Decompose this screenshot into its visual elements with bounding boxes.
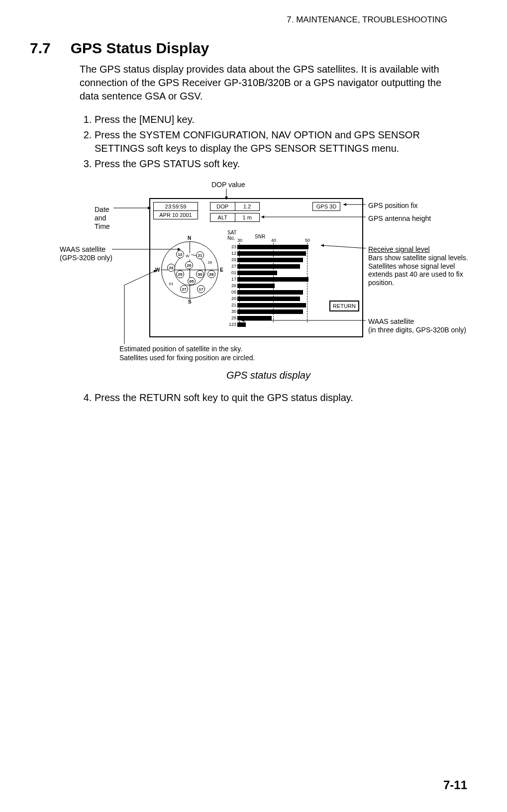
sat-no-27: 27 — [227, 264, 236, 269]
skyplot-sat-01: 01 — [167, 280, 175, 288]
dop-box: DOP 1.2 — [210, 202, 260, 211]
snr-bar-01: 01 — [227, 270, 327, 276]
section-title: GPS Status Display — [71, 40, 209, 57]
bar-21 — [237, 303, 306, 307]
alt-value: 1 m — [235, 213, 260, 221]
callout-date-time: Date and Time — [95, 205, 110, 230]
step-1: Press the [MENU] key. — [95, 113, 458, 126]
skyplot-sat-30: 30 — [196, 270, 204, 278]
step-2: Press the SYSTEM CONFIGURATION, NAV OPTI… — [95, 128, 458, 155]
steps-list-cont: Press the RETURN soft key to quit the GP… — [80, 391, 458, 405]
alt-label: ALT — [210, 213, 235, 221]
skyplot-sat-12: 12 — [176, 250, 184, 258]
sat-no-05: 05 — [227, 290, 236, 295]
skyplot-sat-26: 26 — [206, 259, 214, 267]
return-button[interactable]: RETURN — [329, 301, 359, 311]
figure: DOP value Date and Time WAAS satellite (… — [60, 181, 477, 365]
bar-01 — [237, 271, 277, 275]
date-value: APR 10 2001 — [154, 210, 198, 219]
sat-no-29: 29 — [227, 257, 236, 262]
snr-bar-05: 05 — [227, 289, 327, 295]
snr-bar-28: 28 — [227, 315, 327, 321]
bar-23 — [237, 245, 308, 249]
snr-bar-30: 30 — [227, 308, 327, 314]
snr-bar-17: 17 — [227, 276, 327, 282]
skyplot-sat-28: 28 — [207, 270, 215, 278]
figure-caption: GPS status display — [60, 370, 477, 381]
skyplot: N S W E 12212320293028052717W2601 — [156, 236, 223, 304]
bar-05 — [237, 290, 303, 295]
sat-no-17: 17 — [227, 277, 236, 282]
sat-no-21: 21 — [227, 303, 236, 307]
bar-123 — [237, 322, 246, 327]
sat-no-30: 30 — [227, 309, 236, 314]
snr-label: SNR — [255, 234, 265, 239]
snr-bar-29: 29 — [227, 257, 327, 263]
skyplot-sat-23: 23 — [167, 264, 175, 272]
callout-signal-text: Receive signal levelBars show satellite … — [368, 245, 473, 287]
snr-bar-12: 12 — [227, 250, 327, 256]
sat-no-28: 28 — [227, 315, 236, 320]
step-4: Press the RETURN soft key to quit the GP… — [95, 391, 458, 405]
bar-29 — [237, 258, 303, 262]
steps-list: Press the [MENU] key. Press the SYSTEM C… — [80, 113, 458, 171]
skyplot-sat-20: 20 — [185, 261, 193, 269]
tick-40: 40 — [271, 238, 276, 243]
compass-e: E — [220, 267, 223, 273]
sat-no-01: 01 — [227, 270, 236, 275]
skyplot-sat-21: 21 — [196, 251, 204, 259]
compass-w: W — [155, 267, 160, 273]
bar-28 — [237, 316, 272, 320]
bar-17 — [237, 277, 308, 282]
chapter-header: 7. MAINTENANCE, TROUBLESHOOTING — [287, 15, 447, 25]
callout-dop-value: DOP value — [211, 181, 245, 189]
bar-27 — [237, 264, 300, 269]
skyplot-sat-27: 27 — [180, 285, 188, 293]
snr-bar-26: 26 — [227, 283, 327, 289]
intro-paragraph: The GPS status display provides data abo… — [80, 63, 458, 103]
alt-box: ALT 1 m — [210, 213, 260, 222]
dop-label: DOP — [210, 203, 235, 210]
skyplot-sat-W: W — [184, 252, 192, 260]
step-3: Press the GPS STATUS soft key. — [95, 157, 458, 171]
compass-s: S — [188, 299, 192, 304]
callout-gps-fix: GPS position fix — [368, 202, 418, 210]
sat-no-123: 123 — [227, 322, 236, 327]
sat-no-label: SAT No. — [227, 230, 237, 241]
skyplot-caption: Estimated position of satellite in the s… — [119, 345, 255, 362]
bar-20 — [237, 297, 300, 301]
skyplot-sat-17: 17 — [197, 285, 205, 293]
gps-status-display: 23:59:59 APR 10 2001 DOP 1.2 ALT 1 m GPS… — [149, 198, 363, 337]
tick-50: 50 — [305, 238, 310, 243]
sat-no-12: 12 — [227, 251, 236, 256]
callout-antenna-height: GPS antenna height — [368, 214, 431, 223]
bar-26 — [237, 284, 275, 288]
sat-no-26: 26 — [227, 283, 236, 288]
snr-bar-23: 23 — [227, 244, 327, 250]
sat-no-23: 23 — [227, 244, 236, 249]
callout-waas-right: WAAS satellite (in three digits, GPS-320… — [368, 317, 466, 334]
skyplot-sat-29: 29 — [176, 270, 184, 278]
bar-30 — [237, 309, 303, 314]
snr-bar-27: 27 — [227, 263, 327, 269]
bar-12 — [237, 251, 306, 256]
tick-30: 30 — [237, 238, 242, 243]
gps-mode-box: GPS 3D — [312, 202, 340, 211]
sat-no-20: 20 — [227, 296, 236, 301]
datetime-box: 23:59:59 APR 10 2001 — [153, 202, 198, 219]
callout-signal-level: Receive signal levelBars show satellite … — [368, 245, 473, 287]
snr-bar-20: 20 — [227, 296, 327, 302]
page-number: 7-11 — [443, 778, 467, 792]
dop-value: 1.2 — [235, 203, 260, 210]
skyplot-sat-05: 05 — [188, 277, 196, 285]
time-value: 23:59:59 — [154, 203, 198, 210]
callout-waas-left: WAAS satellite (GPS-320B only) — [60, 245, 112, 262]
snr-bars: 231229270117260520213028123 — [227, 244, 327, 328]
snr-bar-123: 123 — [227, 321, 327, 327]
compass-n: N — [188, 235, 191, 241]
snr-bar-21: 21 — [227, 302, 327, 308]
section-number: 7.7 — [30, 40, 51, 57]
